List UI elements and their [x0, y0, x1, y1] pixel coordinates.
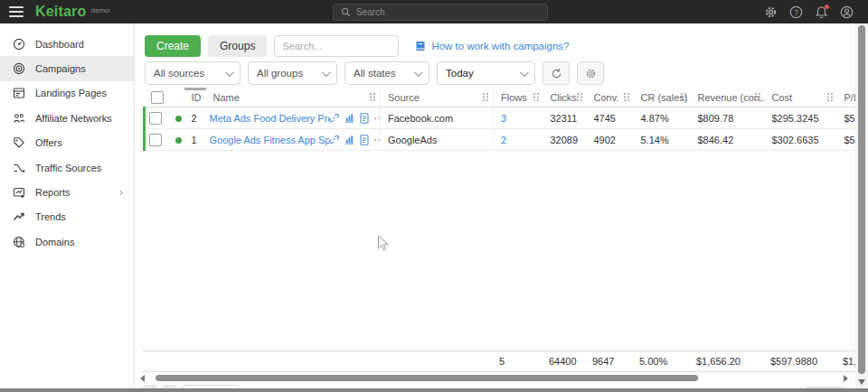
- total-pl: $1,05: [835, 351, 855, 372]
- domains-globe-icon: [13, 236, 25, 248]
- total-conversions: 9647: [585, 351, 632, 372]
- global-search-input[interactable]: Search: [333, 4, 548, 21]
- scroll-left-arrow-icon[interactable]: [140, 375, 145, 382]
- sidebar-item-campaigns[interactable]: Campaigns: [0, 56, 134, 80]
- scroll-right-arrow-icon[interactable]: [844, 375, 848, 382]
- column-drag-handle-icon[interactable]: [369, 92, 376, 104]
- sidebar-item-label: Affiliate Networks: [35, 113, 112, 124]
- global-search-placeholder: Search: [356, 7, 385, 17]
- status-cell: [168, 129, 184, 151]
- hamburger-menu-icon[interactable]: [9, 6, 24, 17]
- chart-icon[interactable]: [344, 113, 354, 123]
- table-row: 1 Google Ads Fitness App Split ··· Googl…: [145, 129, 856, 151]
- refresh-button[interactable]: [542, 61, 570, 85]
- status-cell: [168, 107, 184, 129]
- name-cell: Google Ads Fitness App Split ···: [206, 129, 381, 151]
- vertical-scrollbar[interactable]: [855, 23, 868, 392]
- sources-filter-select[interactable]: All sources: [145, 61, 241, 85]
- more-actions-icon[interactable]: ···: [374, 135, 381, 145]
- sidebar-item-offers[interactable]: Offers: [0, 131, 134, 155]
- revenue-cell: $809.78: [691, 107, 765, 129]
- chevron-down-icon: [414, 68, 423, 77]
- sidebar-item-trends[interactable]: Trends: [0, 205, 134, 229]
- column-header-revenue[interactable]: Revenue (con...: [691, 88, 765, 107]
- notifications-bell-icon[interactable]: [815, 5, 828, 19]
- column-header-source[interactable]: Source: [381, 88, 494, 107]
- campaign-name-link[interactable]: Meta Ads Food Delivery Promo: [210, 113, 329, 124]
- column-drag-handle-icon[interactable]: [576, 92, 583, 104]
- table-header-row: ID Name Source Flows Clicks Conv. CR (sa…: [145, 88, 856, 107]
- column-drag-handle-icon[interactable]: [754, 92, 761, 104]
- chevron-down-icon: [322, 68, 331, 77]
- column-header-pl[interactable]: P/L (: [837, 88, 856, 107]
- source-cell: Facebook.com: [381, 107, 494, 129]
- chart-icon[interactable]: [344, 135, 354, 145]
- states-filter-select[interactable]: All states: [344, 61, 429, 85]
- sidebar: Dashboard Campaigns Landings Pages Affil…: [0, 23, 135, 392]
- flows-link[interactable]: 2: [501, 135, 506, 145]
- select-all-checkbox[interactable]: [151, 91, 164, 104]
- settings-gear-icon[interactable]: [764, 5, 778, 19]
- date-range-value: Today: [446, 68, 474, 79]
- sidebar-item-landings-pages[interactable]: Landings Pages: [0, 81, 134, 106]
- horizontal-scrollbar[interactable]: [136, 372, 855, 385]
- help-icon[interactable]: ?: [789, 5, 803, 19]
- vertical-scrollbar-thumb[interactable]: [858, 25, 865, 374]
- select-all-cell: [145, 88, 168, 107]
- reports-icon: [13, 186, 25, 199]
- sidebar-item-dashboard[interactable]: Dashboard: [0, 32, 134, 56]
- trends-icon: [13, 210, 25, 223]
- table-row: 2 Meta Ads Food Delivery Promo ··· Faceb…: [145, 107, 856, 129]
- help-how-to-link[interactable]: How to work with campaigns?: [415, 41, 569, 51]
- chevron-down-icon: [520, 68, 529, 77]
- column-header-cr-sales[interactable]: CR (sales): [634, 88, 691, 107]
- groups-filter-select[interactable]: All groups: [248, 61, 337, 85]
- campaign-search-input[interactable]: [274, 35, 399, 57]
- user-account-icon[interactable]: [840, 5, 854, 19]
- column-drag-handle-icon[interactable]: [482, 92, 489, 104]
- topbar: Keitarodemo Search ?: [0, 0, 868, 23]
- keitaro-app: Keitarodemo Search ? Dashboard: [0, 0, 868, 392]
- scroll-down-arrow-icon[interactable]: [858, 379, 865, 385]
- column-drag-handle-icon[interactable]: [826, 92, 834, 104]
- table-settings-button[interactable]: [577, 61, 604, 85]
- column-drag-handle-icon[interactable]: [680, 92, 687, 104]
- create-button[interactable]: Create: [145, 35, 201, 57]
- column-drag-handle-icon[interactable]: [533, 92, 540, 104]
- column-drag-handle-icon[interactable]: [623, 92, 630, 104]
- cost-cell: $295.3245: [765, 107, 837, 129]
- row-checkbox[interactable]: [149, 112, 162, 125]
- column-header-cost[interactable]: Cost: [765, 88, 837, 107]
- column-header-clicks[interactable]: Clicks: [543, 88, 587, 107]
- column-header-id[interactable]: ID: [184, 88, 206, 107]
- groups-button[interactable]: Groups: [208, 35, 267, 57]
- total-cost: $597.9880: [763, 351, 835, 372]
- sidebar-item-label: Dashboard: [35, 39, 84, 50]
- column-header-name[interactable]: Name: [206, 88, 381, 107]
- more-actions-icon[interactable]: ···: [374, 113, 381, 124]
- link-icon[interactable]: [329, 135, 339, 145]
- report-page-icon[interactable]: [360, 135, 369, 145]
- column-header-conversions[interactable]: Conv.: [587, 88, 634, 107]
- refresh-icon: [551, 68, 562, 79]
- link-icon[interactable]: [329, 113, 339, 123]
- date-range-select[interactable]: Today: [437, 61, 535, 85]
- book-icon: [415, 41, 426, 51]
- states-filter-value: All states: [354, 68, 396, 79]
- total-flows: 5: [492, 351, 542, 372]
- flows-link[interactable]: 3: [501, 113, 506, 124]
- sidebar-item-affiliate-networks[interactable]: Affiliate Networks: [0, 106, 134, 130]
- sidebar-item-label: Domains: [35, 237, 74, 247]
- app-logo[interactable]: Keitarodemo: [35, 4, 109, 20]
- sidebar-item-traffic-sources[interactable]: Traffic Sources: [0, 155, 134, 180]
- sidebar-item-reports[interactable]: Reports ›: [0, 180, 134, 204]
- horizontal-scrollbar-thumb[interactable]: [156, 375, 698, 381]
- id-cell: 1: [184, 129, 206, 151]
- column-header-flows[interactable]: Flows: [494, 88, 543, 107]
- logo-badge: demo: [91, 6, 110, 14]
- affiliate-networks-icon: [13, 112, 25, 125]
- sidebar-item-domains[interactable]: Domains: [0, 229, 134, 254]
- campaign-name-link[interactable]: Google Ads Fitness App Split: [210, 135, 329, 145]
- row-checkbox[interactable]: [149, 134, 162, 146]
- report-page-icon[interactable]: [360, 113, 369, 124]
